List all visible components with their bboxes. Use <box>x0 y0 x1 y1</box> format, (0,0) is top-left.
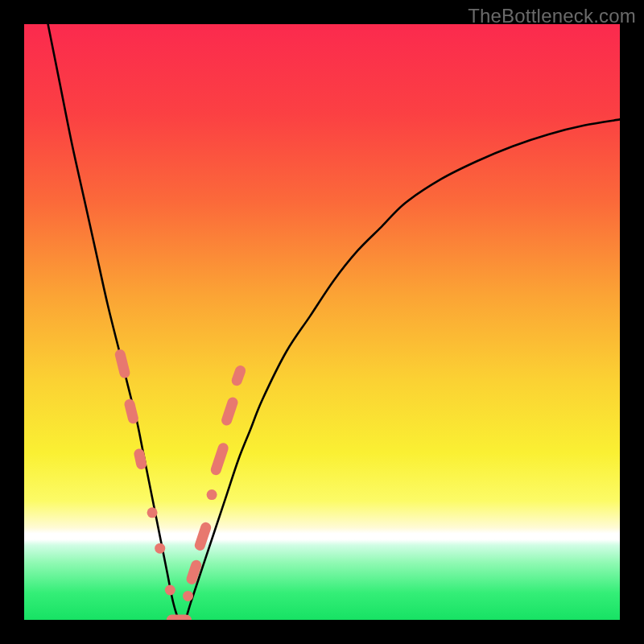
bottleneck-curve <box>48 24 620 620</box>
marker-pill <box>167 615 192 621</box>
marker-pill <box>209 441 229 476</box>
marker-dot <box>183 591 193 601</box>
chart-frame: TheBottleneck.com <box>0 0 644 644</box>
marker-pill <box>133 448 147 470</box>
marker-pill <box>220 396 239 427</box>
marker-pill <box>123 398 139 424</box>
marker-dot <box>165 585 175 596</box>
marker-pill <box>114 349 130 379</box>
watermark-text: TheBottleneck.com <box>468 5 636 27</box>
curve-layer <box>24 24 620 620</box>
marker-dot <box>155 543 165 554</box>
plot-area <box>24 24 620 620</box>
marker-dot <box>207 489 217 500</box>
curve-markers <box>114 349 247 620</box>
marker-dot <box>147 507 158 518</box>
marker-pill <box>230 364 247 387</box>
